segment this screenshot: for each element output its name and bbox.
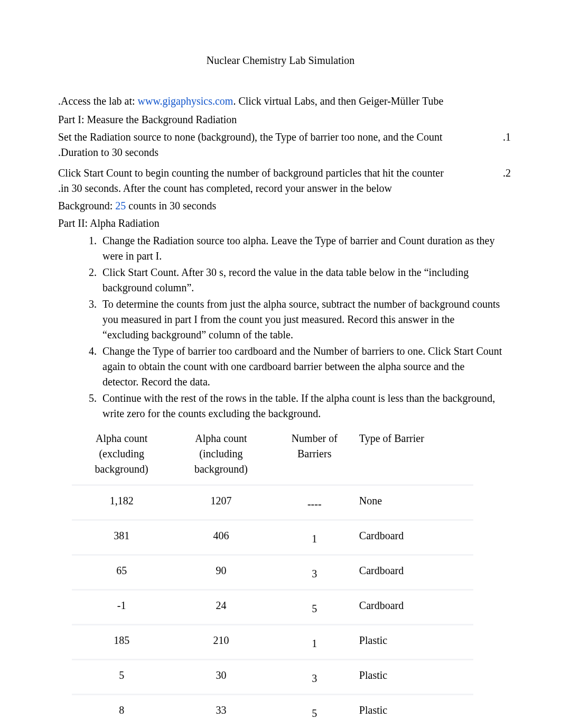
part2-heading: Part II: Alpha Radiation bbox=[58, 216, 503, 231]
part1-step1-text-a: Set the Radiation source to none (backgr… bbox=[58, 131, 442, 143]
cell-including: 90 bbox=[171, 554, 270, 589]
cell-including: 406 bbox=[171, 519, 270, 554]
cell-excluding: 8 bbox=[72, 694, 171, 728]
cell-type: Plastic bbox=[358, 624, 473, 659]
background-value: 25 bbox=[115, 200, 126, 211]
part1-step1-number: .1 bbox=[503, 130, 511, 145]
cell-number: 3 bbox=[271, 659, 358, 694]
cell-number: 1 bbox=[271, 519, 358, 554]
cell-excluding: 1,182 bbox=[72, 484, 171, 519]
background-suffix: counts in 30 seconds bbox=[128, 200, 216, 211]
cell-number: 1 bbox=[271, 624, 358, 659]
cell-type: None bbox=[358, 484, 473, 519]
cell-excluding: 5 bbox=[72, 659, 171, 694]
part2-steps-list: Change the Radiation source too alpha. L… bbox=[58, 233, 503, 421]
list-item: To determine the counts from just the al… bbox=[99, 297, 503, 343]
cell-excluding: -1 bbox=[72, 589, 171, 624]
col-header-text: Number of bbox=[292, 432, 338, 444]
intro-prefix: .Access the lab at: bbox=[58, 95, 138, 107]
cell-type: Cardboard bbox=[358, 519, 473, 554]
col-header-text: background) bbox=[194, 463, 248, 475]
intro-suffix: . Click virtual Labs, and then Geiger-Mü… bbox=[233, 95, 443, 107]
col-header-including: Alpha count (including background) bbox=[171, 427, 270, 484]
col-header-text: (including bbox=[199, 448, 242, 459]
cell-number: 3 bbox=[271, 554, 358, 589]
cell-including: 30 bbox=[171, 659, 270, 694]
part1-heading: Part I: Measure the Background Radiation bbox=[58, 112, 503, 127]
table-row: -1 24 5 Cardboard bbox=[72, 589, 473, 624]
background-result: Background: 25 counts in 30 seconds bbox=[58, 198, 503, 214]
col-header-type: Type of Barrier bbox=[358, 427, 473, 484]
col-header-excluding: Alpha count (excluding background) bbox=[72, 427, 171, 484]
document-page: Nuclear Chemistry Lab Simulation .Access… bbox=[0, 0, 561, 728]
cell-number: 5 bbox=[271, 589, 358, 624]
part1-step2-text-a: Click Start Count to begin counting the … bbox=[58, 167, 444, 179]
table-row: 8 33 5 Plastic bbox=[72, 694, 473, 728]
part1-step2-text-b: .in 30 seconds. After the count has comp… bbox=[58, 181, 503, 196]
list-item: Change the Type of barrier too cardboard… bbox=[99, 344, 503, 390]
table-row: 381 406 1 Cardboard bbox=[72, 519, 473, 554]
col-header-text: (excluding bbox=[99, 448, 144, 459]
list-item: Change the Radiation source too alpha. L… bbox=[99, 233, 503, 264]
part1-step2-number: .2 bbox=[503, 165, 511, 181]
background-label: Background: bbox=[58, 200, 113, 211]
table-row: 1,182 1207 ---- None bbox=[72, 484, 473, 519]
cell-including: 210 bbox=[171, 624, 270, 659]
part1-step1: Set the Radiation source to none (backgr… bbox=[58, 130, 503, 145]
col-header-text: Barriers bbox=[297, 448, 331, 459]
table-header-row: Alpha count (excluding background) Alpha… bbox=[72, 427, 473, 484]
intro-line: .Access the lab at: www.gigaphysics.com.… bbox=[58, 94, 503, 109]
part1-step2: Click Start Count to begin counting the … bbox=[58, 165, 503, 181]
alpha-table: Alpha count (excluding background) Alpha… bbox=[72, 427, 473, 728]
cell-type: Plastic bbox=[358, 694, 473, 728]
table-body: 1,182 1207 ---- None 381 406 1 Cardboard… bbox=[72, 484, 473, 728]
cell-number: 5 bbox=[271, 694, 358, 728]
cell-type: Cardboard bbox=[358, 554, 473, 589]
cell-including: 1207 bbox=[171, 484, 270, 519]
col-header-text: Alpha count bbox=[195, 432, 247, 444]
list-item: Continue with the rest of the rows in th… bbox=[99, 391, 503, 421]
col-header-text: Alpha count bbox=[96, 432, 147, 444]
col-header-text: background) bbox=[95, 463, 148, 475]
list-item: Click Start Count. After 30 s, record th… bbox=[99, 265, 503, 296]
cell-type: Plastic bbox=[358, 659, 473, 694]
col-header-text: Type of Barrier bbox=[359, 432, 424, 444]
table-row: 185 210 1 Plastic bbox=[72, 624, 473, 659]
cell-number: ---- bbox=[271, 484, 358, 519]
cell-including: 24 bbox=[171, 589, 270, 624]
cell-excluding: 381 bbox=[72, 519, 171, 554]
page-title: Nuclear Chemistry Lab Simulation bbox=[58, 53, 503, 68]
table-row: 65 90 3 Cardboard bbox=[72, 554, 473, 589]
cell-excluding: 65 bbox=[72, 554, 171, 589]
col-header-number: Number of Barriers bbox=[271, 427, 358, 484]
lab-link[interactable]: www.gigaphysics.com bbox=[138, 95, 233, 107]
table-row: 5 30 3 Plastic bbox=[72, 659, 473, 694]
cell-excluding: 185 bbox=[72, 624, 171, 659]
cell-including: 33 bbox=[171, 694, 270, 728]
part1-step1-text-b: .Duration to 30 seconds bbox=[58, 145, 503, 160]
cell-type: Cardboard bbox=[358, 589, 473, 624]
